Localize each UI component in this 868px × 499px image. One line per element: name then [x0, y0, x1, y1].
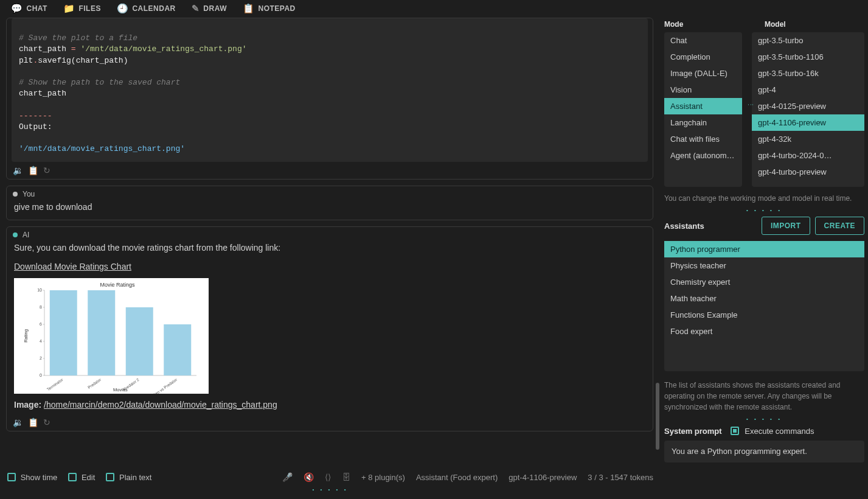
resize-handle[interactable]: • • • • • [6, 487, 654, 492]
svg-text:10: 10 [37, 288, 42, 292]
notepad-icon: 📋 [243, 4, 255, 13]
model-badge[interactable]: gpt-4-1106-preview [509, 473, 577, 482]
model-item[interactable]: gpt-3.5-turbo-1106 [752, 49, 864, 65]
assistants-list: ⋮ Python programmerPhysics teacherChemis… [664, 241, 864, 371]
download-chart-link[interactable]: Download Movie Ratings Chart [14, 262, 131, 271]
svg-rect-18 [164, 324, 191, 375]
message-actions: 🔉 📋 ↻ [7, 166, 653, 179]
tokens-badge: 3 / 3 - 1547 tokens [588, 473, 653, 482]
image-path-link[interactable]: /home/marcin/demo2/data/download/movie_r… [44, 400, 277, 410]
mode-item[interactable]: Chat [664, 32, 742, 49]
ai-message-text: Sure, you can download the movie ratings… [14, 242, 645, 254]
drag-handle-icon[interactable]: ⋮ [748, 102, 754, 106]
model-item[interactable]: gpt-4 [752, 82, 864, 98]
mode-item[interactable]: Assistant [664, 98, 742, 114]
bottom-toolbar: Show time Edit Plain text 🎤̸ 🔇 ⟨⟩ 🗄 + 8 … [6, 467, 654, 484]
speak-icon[interactable]: 🔉 [13, 417, 23, 427]
mode-item[interactable]: Image (DALL-E) [664, 65, 742, 82]
model-item[interactable]: gpt-4-turbo-preview [752, 164, 864, 180]
chat-icon: 💬 [11, 4, 23, 13]
section-divider: • • • • • [664, 416, 864, 422]
chat-scrollbar[interactable] [656, 383, 659, 450]
model-item[interactable]: gpt-4-32k [752, 131, 864, 147]
message-actions: 🔉 📋 ↻ [7, 417, 653, 431]
copy-icon[interactable]: 📋 [28, 166, 38, 175]
assistants-note: The list of assistants shows the assista… [664, 380, 864, 413]
edit-checkbox[interactable]: Edit [68, 473, 95, 482]
assistant-item[interactable]: Python programmer [664, 241, 864, 257]
nav-notepad-label: NOTEPAD [258, 4, 295, 13]
model-item[interactable]: gpt-4-turbo-2024-0… [752, 147, 864, 164]
mode-heading: Mode [664, 20, 746, 32]
model-list: gpt-3.5-turbogpt-3.5-turbo-1106gpt-3.5-t… [752, 32, 864, 187]
section-divider: • • • • • [664, 208, 864, 213]
mode-item[interactable]: Completion [664, 49, 742, 65]
draw-icon: ✎ [192, 4, 200, 13]
who-label: You [23, 190, 35, 198]
mode-item[interactable]: Vision [664, 82, 742, 98]
assistant-item[interactable]: Chemistry expert [664, 274, 864, 290]
checkbox-icon [68, 473, 77, 481]
speak-icon[interactable]: 🔉 [13, 166, 23, 175]
model-item[interactable]: gpt-3.5-turbo-16k [752, 65, 864, 82]
ai-message-code: # Save the plot to a file chart_path = '… [6, 18, 653, 180]
files-icon: 📁 [63, 4, 75, 13]
who-label: AI [23, 231, 29, 239]
mode-note: You can change the working mode and mode… [664, 193, 864, 204]
mode-item[interactable]: Chat with files [664, 131, 742, 147]
code-block: # Save the plot to a file chart_path = '… [12, 18, 648, 162]
plaintext-checkbox[interactable]: Plain text [106, 473, 151, 482]
code-divider: ------- [19, 111, 52, 120]
nav-draw[interactable]: ✎ DRAW [192, 4, 227, 13]
nav-calendar[interactable]: 🕘 CALENDAR [117, 4, 176, 13]
plugins-badge[interactable]: + 8 plugin(s) [361, 473, 405, 482]
svg-text:Movies: Movies [113, 387, 128, 393]
sound-off-icon[interactable]: 🔇 [304, 472, 314, 482]
assistant-item[interactable]: Food expert [664, 323, 864, 340]
svg-text:Rating: Rating [23, 329, 29, 343]
nav-draw-label: DRAW [203, 4, 227, 13]
chat-scroll[interactable]: # Save the plot to a file chart_path = '… [6, 18, 654, 467]
assistant-item[interactable]: Functions Example [664, 307, 864, 323]
model-item[interactable]: gpt-4-1106-preview [752, 114, 864, 131]
chart-preview[interactable]: Movie Ratings 0246810 TerminatorPredator… [14, 278, 209, 394]
model-item[interactable]: gpt-4-0125-preview [752, 98, 864, 114]
execute-commands-checkbox[interactable]: Execute commands [731, 427, 814, 436]
assistants-heading: Assistants [664, 222, 704, 231]
mode-item[interactable]: Agent (autonomo… [664, 147, 742, 164]
mic-off-icon[interactable]: 🎤̸ [282, 472, 293, 482]
code-icon[interactable]: ⟨⟩ [325, 472, 331, 482]
nav-chat-label: CHAT [27, 4, 47, 13]
ai-dot-icon [13, 232, 18, 237]
assistant-item[interactable]: Math teacher [664, 290, 864, 307]
regenerate-icon[interactable]: ↻ [43, 417, 50, 427]
nav-chat[interactable]: 💬 CHAT [11, 4, 47, 13]
regenerate-icon[interactable]: ↻ [43, 166, 50, 175]
svg-text:Predator: Predator [87, 377, 102, 390]
nav-notepad[interactable]: 📋 NOTEPAD [243, 4, 296, 13]
svg-text:8: 8 [40, 305, 42, 309]
database-icon[interactable]: 🗄 [342, 472, 350, 482]
assistant-item[interactable]: Physics teacher [664, 257, 864, 274]
svg-text:Terminator: Terminator [46, 377, 64, 392]
copy-icon[interactable]: 📋 [28, 417, 38, 427]
checkbox-icon [7, 473, 16, 481]
code-comment: # Save the plot to a file [19, 33, 137, 43]
nav-files-label: FILES [78, 4, 101, 13]
svg-text:4: 4 [40, 339, 42, 343]
assistant-badge[interactable]: Assistant (Food expert) [416, 473, 498, 482]
show-time-checkbox[interactable]: Show time [7, 473, 57, 482]
import-button[interactable]: IMPORT [762, 217, 810, 235]
svg-text:6: 6 [40, 322, 42, 326]
ai-message-chart: AI Sure, you can download the movie rati… [6, 226, 653, 431]
mode-list: ChatCompletionImage (DALL-E)VisionAssist… [664, 32, 742, 187]
create-button[interactable]: CREATE [815, 217, 864, 235]
checkbox-icon [106, 473, 114, 481]
mode-item[interactable]: Langchain [664, 114, 742, 131]
nav-files[interactable]: 📁 FILES [63, 4, 101, 13]
system-prompt-input[interactable] [664, 441, 864, 462]
code-comment: # Show the path to the saved chart [19, 78, 180, 87]
user-message: You give me to download [6, 186, 653, 220]
model-item[interactable]: gpt-3.5-turbo [752, 32, 864, 49]
svg-text:Alien vs Predator: Alien vs Predator [151, 377, 178, 394]
